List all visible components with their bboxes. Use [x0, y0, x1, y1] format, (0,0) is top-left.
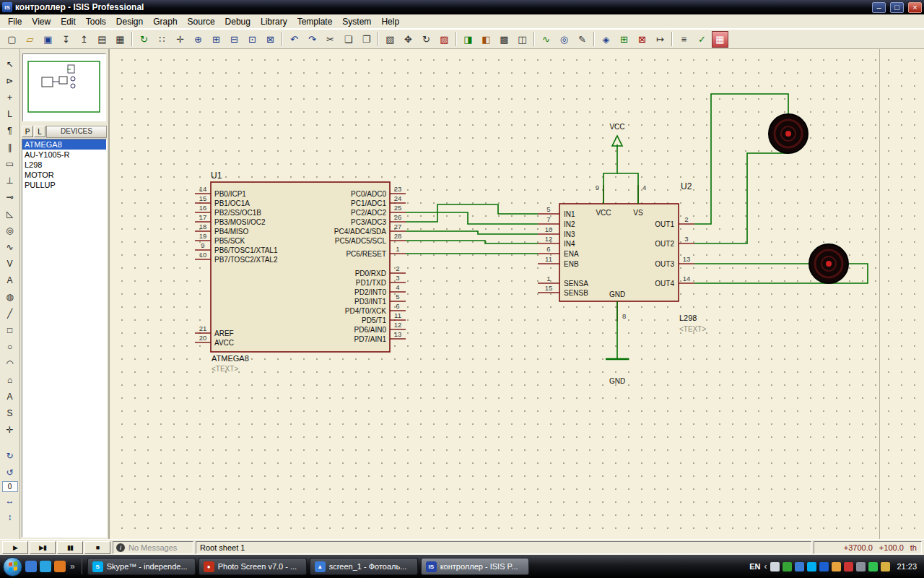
save-file-button[interactable]: ▣	[40, 31, 56, 48]
tray-security-icon[interactable]	[844, 562, 853, 571]
make-device-button[interactable]: ◧	[478, 31, 494, 48]
schematic-canvas[interactable]: 14PB0/ICP115PB1/OC1A16PB2/SS/OC1B17PB3/M…	[110, 49, 924, 539]
tray-bluetooth-icon[interactable]	[819, 562, 829, 571]
menu-debug[interactable]: Debug	[220, 15, 256, 28]
library-manager-button[interactable]: L	[34, 126, 45, 137]
device-item-motor[interactable]: MOTOR	[22, 170, 106, 180]
sheet-selector[interactable]: Root sheet 1	[196, 541, 811, 554]
open-file-button[interactable]: ▱	[22, 31, 38, 48]
language-indicator[interactable]: EN	[749, 562, 760, 571]
tray-antivirus-icon[interactable]	[783, 562, 792, 571]
pause-button[interactable]: ▮▮	[57, 541, 83, 554]
circle-tool[interactable]: ○	[1, 339, 19, 355]
junction-dot-tool[interactable]: +	[1, 90, 19, 105]
motor-2[interactable]	[809, 244, 848, 283]
close-button[interactable]: ×	[908, 2, 922, 13]
tray-clock-icon[interactable]	[881, 562, 890, 571]
virtual-instruments-tool[interactable]: ◍	[1, 289, 19, 305]
toggle-grid-button[interactable]: ∷	[154, 31, 170, 48]
rotate-anticlockwise-button[interactable]: ↺	[1, 465, 19, 480]
stop-button[interactable]: ■	[84, 541, 110, 554]
voltage-probe-tool[interactable]: V	[1, 256, 19, 272]
quicklaunch-browser-icon[interactable]	[40, 561, 51, 572]
l298-chip[interactable]: 5IN17IN210IN312IN46ENA11ENB1SENSA15SENSB…	[538, 181, 706, 333]
mirror-horizontal-button[interactable]: ↔	[1, 493, 19, 509]
menu-help[interactable]: Help	[376, 15, 404, 28]
task-button-2[interactable]: ●Photo Screen v7.0 - ...	[199, 558, 307, 575]
block-delete-button[interactable]: ▨	[436, 31, 453, 48]
menu-view[interactable]: View	[27, 15, 56, 28]
cut-button[interactable]: ✂	[322, 31, 339, 48]
wire-label-tool[interactable]: L	[1, 106, 19, 122]
print-button[interactable]: ▤	[94, 31, 110, 48]
zoom-out-button[interactable]: ⊟	[226, 31, 243, 48]
goto-sheet-button[interactable]: ↦	[652, 31, 668, 48]
tray-network-icon[interactable]	[795, 562, 804, 571]
gnd-symbol[interactable]: GND	[606, 359, 629, 385]
box-tool[interactable]: □	[1, 322, 19, 338]
paste-button[interactable]: ❐	[358, 31, 375, 48]
rotate-clockwise-button[interactable]: ↻	[1, 448, 19, 464]
tray-expand-chevron[interactable]: ‹	[764, 561, 767, 571]
menu-design[interactable]: Design	[111, 15, 148, 28]
task-button-4[interactable]: ISконтроллер - ISIS P...	[421, 558, 529, 575]
device-item-l298[interactable]: L298	[22, 160, 106, 170]
text-2d-tool[interactable]: A	[1, 389, 19, 405]
device-pin-tool[interactable]: ⊸	[1, 189, 19, 205]
device-item-atmega8[interactable]: ATMEGA8	[22, 139, 106, 150]
selection-tool[interactable]: ↖	[1, 56, 19, 72]
start-button[interactable]	[3, 557, 22, 577]
decompose-button[interactable]: ◫	[514, 31, 531, 48]
wire-autorouter-button[interactable]: ∿	[538, 31, 554, 48]
menu-edit[interactable]: Edit	[56, 15, 81, 28]
copy-button[interactable]: ❏	[340, 31, 357, 48]
bill-of-materials-button[interactable]: ≡	[676, 31, 692, 48]
minimize-button[interactable]: –	[872, 2, 886, 13]
redraw-button[interactable]: ↻	[136, 31, 152, 48]
property-assignment-button[interactable]: ✎	[574, 31, 590, 48]
menu-template[interactable]: Template	[292, 15, 338, 28]
component-tool[interactable]: ⊳	[1, 73, 19, 89]
text-script-tool[interactable]: ¶	[1, 123, 19, 139]
task-button-1[interactable]: SSkype™ - independe...	[87, 558, 196, 575]
design-explorer-button[interactable]: ◈	[598, 31, 614, 48]
current-probe-tool[interactable]: A	[1, 272, 19, 288]
tray-volume-icon[interactable]	[770, 562, 780, 571]
atmega8-chip[interactable]: 14PB0/ICP115PB1/OC1A16PB2/SS/OC1B17PB3/M…	[195, 171, 406, 373]
netlist-to-ares-button[interactable]: ▦	[712, 31, 728, 48]
motor-1[interactable]	[769, 114, 808, 153]
mirror-vertical-button[interactable]: ↕	[1, 509, 19, 525]
overview-minimap[interactable]	[22, 53, 106, 121]
search-tag-button[interactable]: ◎	[556, 31, 572, 48]
step-button[interactable]: ▶▮	[30, 541, 56, 554]
quicklaunch-desktop-icon[interactable]	[25, 561, 37, 572]
terminal-tool[interactable]: ⊥	[1, 173, 19, 189]
quicklaunch-player-icon[interactable]	[54, 561, 66, 572]
task-button-3[interactable]: ▲screen_1 - Фотоаль...	[310, 558, 418, 575]
tray-update-icon[interactable]	[832, 562, 841, 571]
subcircuit-tool[interactable]: ▭	[1, 156, 19, 172]
false-origin-button[interactable]: ✛	[172, 31, 188, 48]
arc-tool[interactable]: ◠	[1, 355, 19, 371]
tray-messenger-icon[interactable]	[868, 562, 878, 571]
menu-graph[interactable]: Graph	[148, 15, 182, 28]
new-file-button[interactable]: ▢	[4, 31, 20, 48]
marker-tool[interactable]: ✛	[1, 422, 19, 438]
remove-sheet-button[interactable]: ⊠	[634, 31, 650, 48]
quicklaunch-more-chevron[interactable]: »	[69, 561, 77, 571]
packaging-tool-button[interactable]: ▩	[496, 31, 513, 48]
block-move-button[interactable]: ✥	[400, 31, 417, 48]
menu-source[interactable]: Source	[183, 15, 220, 28]
menu-file[interactable]: File	[3, 15, 27, 28]
schematic-editor[interactable]: 14PB0/ICP115PB1/OC1A16PB2/SS/OC1B17PB3/M…	[110, 49, 924, 539]
menu-library[interactable]: Library	[256, 15, 292, 28]
maximize-button[interactable]: □	[890, 2, 904, 13]
vcc-power-symbol[interactable]: VCC	[609, 123, 624, 146]
tape-recorder-tool[interactable]: ◎	[1, 223, 19, 238]
undo-button[interactable]: ↶	[286, 31, 302, 48]
pick-parts-button[interactable]: P	[22, 126, 33, 137]
zoom-all-button[interactable]: ⊡	[244, 31, 261, 48]
mark-output-area-button[interactable]: ▦	[112, 31, 128, 48]
bus-tool[interactable]: ∥	[1, 139, 19, 155]
new-sheet-button[interactable]: ⊞	[616, 31, 632, 48]
